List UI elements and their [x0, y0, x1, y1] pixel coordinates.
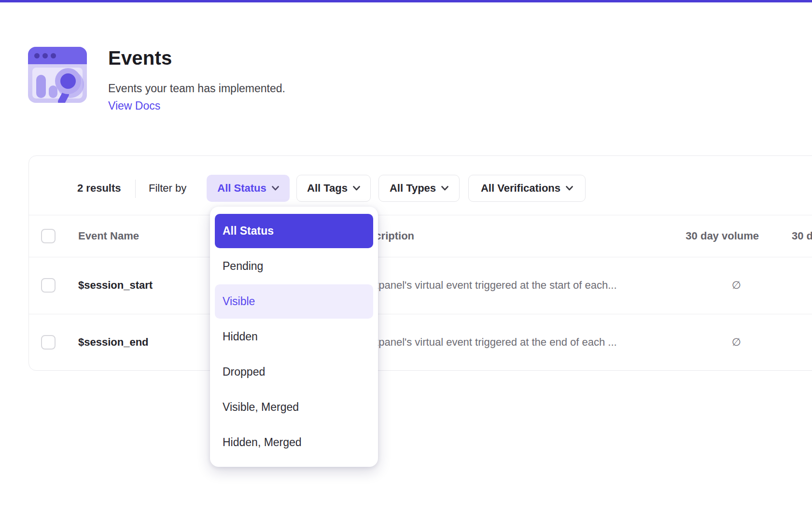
chevron-down-icon	[272, 186, 279, 191]
menu-item-hidden[interactable]: Hidden	[215, 320, 373, 354]
types-filter-button[interactable]: All Types	[378, 175, 460, 202]
table-row[interactable]: $session_start Mixpanel's virtual event …	[29, 257, 812, 314]
page-title: Events	[108, 47, 172, 69]
types-filter-label: All Types	[390, 182, 436, 195]
row-checkbox[interactable]	[41, 278, 56, 293]
page-subtitle: Events your team has implemented.	[108, 82, 285, 95]
status-dropdown-menu: All Status Pending Visible Hidden Droppe…	[210, 207, 378, 467]
menu-item-dropped[interactable]: Dropped	[215, 355, 373, 389]
chevron-down-icon	[353, 186, 360, 191]
icon-window-dot	[42, 53, 48, 58]
event-30-day-volume: ∅	[732, 314, 741, 371]
tags-filter-label: All Tags	[307, 182, 348, 195]
menu-item-pending[interactable]: Pending	[215, 249, 373, 283]
icon-window-dot	[51, 53, 56, 58]
menu-item-all-status[interactable]: All Status	[215, 214, 373, 248]
verifications-filter-button[interactable]: All Verifications	[468, 175, 586, 202]
menu-item-visible-merged[interactable]: Visible, Merged	[215, 390, 373, 424]
results-count: 2 results	[77, 175, 121, 202]
table-row[interactable]: $session_end Mixpanel's virtual event tr…	[29, 314, 812, 371]
verifications-filter-label: All Verifications	[481, 182, 560, 195]
event-name[interactable]: $session_start	[78, 257, 153, 314]
icon-window-dot	[34, 53, 40, 58]
menu-item-hidden-merged[interactable]: Hidden, Merged	[215, 425, 373, 460]
view-docs-link[interactable]: View Docs	[108, 99, 160, 112]
status-filter-button[interactable]: All Status	[207, 175, 290, 202]
chevron-down-icon	[441, 186, 448, 191]
events-page: Events Events your team has implemented.…	[0, 0, 812, 505]
event-30-day-volume: ∅	[732, 257, 741, 314]
icon-chart-bar	[36, 75, 46, 98]
event-description: Mixpanel's virtual event triggered at th…	[362, 257, 617, 314]
chevron-down-icon	[566, 186, 573, 191]
event-name[interactable]: $session_end	[78, 314, 149, 371]
top-accent-bar	[0, 0, 812, 2]
column-event-name[interactable]: Event Name	[78, 215, 139, 257]
menu-item-visible[interactable]: Visible	[215, 284, 373, 319]
column-30-day-volume[interactable]: 30 day volume	[686, 215, 759, 257]
row-checkbox[interactable]	[41, 335, 56, 350]
icon-magnifier-lens	[55, 68, 81, 94]
tags-filter-button[interactable]: All Tags	[296, 175, 371, 202]
event-description: Mixpanel's virtual event triggered at th…	[362, 314, 617, 371]
toolbar-divider	[135, 180, 136, 198]
column-30-day-truncated[interactable]: 30 d	[792, 215, 812, 257]
status-filter-label: All Status	[217, 182, 266, 195]
select-all-checkbox[interactable]	[41, 229, 56, 243]
events-app-icon	[28, 47, 87, 103]
filter-by-label: Filter by	[149, 175, 186, 202]
